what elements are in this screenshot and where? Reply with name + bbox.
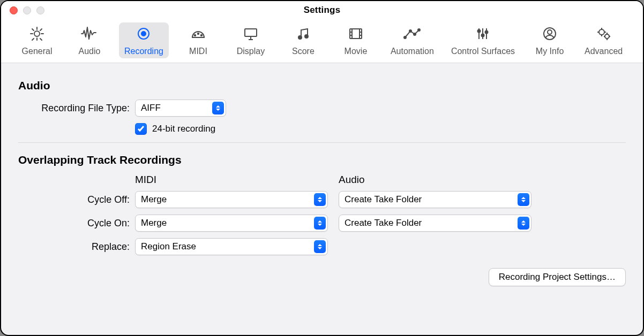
- recording-project-settings-button[interactable]: Recording Project Settings…: [489, 268, 626, 286]
- recording-file-type-popup[interactable]: AIFF: [135, 100, 226, 117]
- row-recording-file-type: Recording File Type: AIFF: [18, 100, 626, 117]
- tab-recording[interactable]: Recording: [119, 22, 169, 58]
- chevron-up-down-icon: [212, 102, 224, 114]
- cycle-on-label: Cycle On:: [18, 218, 135, 229]
- svg-point-16: [485, 31, 488, 34]
- svg-point-12: [414, 33, 416, 35]
- tab-label: Display: [237, 47, 265, 56]
- column-header-midi: MIDI: [135, 174, 328, 186]
- tab-audio[interactable]: Audio: [66, 22, 113, 58]
- settings-content: Audio Recording File Type: AIFF 24-bit r…: [1, 63, 643, 335]
- gears-icon: [594, 26, 613, 44]
- overlap-column-headers: MIDI Audio: [18, 174, 626, 186]
- tab-label: Recording: [124, 47, 163, 56]
- tab-label: MIDI: [189, 47, 207, 56]
- tab-advanced[interactable]: Advanced: [579, 22, 628, 58]
- chevron-up-down-icon: [518, 217, 529, 230]
- chevron-up-down-icon: [314, 240, 326, 253]
- tab-my-info[interactable]: My Info: [527, 22, 573, 58]
- cycle-off-midi-value: Merge: [141, 194, 167, 205]
- svg-point-10: [404, 36, 406, 39]
- svg-point-5: [201, 35, 202, 36]
- tab-movie[interactable]: Movie: [333, 22, 379, 58]
- bit-depth-checkbox-label: 24-bit recording: [152, 124, 215, 134]
- cycle-off-audio-popup[interactable]: Create Take Folder: [339, 191, 531, 208]
- row-cycle-off: Cycle Off: Merge Create Take Folder: [18, 191, 626, 208]
- tab-label: Movie: [345, 47, 368, 56]
- replace-midi-popup[interactable]: Region Erase: [135, 238, 328, 255]
- tab-label: Advanced: [585, 47, 623, 56]
- tab-automation[interactable]: Automation: [385, 22, 439, 58]
- automation-curve-icon: [402, 26, 422, 44]
- svg-point-13: [418, 29, 420, 31]
- settings-window: Settings General Audio Recording MI: [0, 0, 644, 336]
- tab-label: My Info: [536, 47, 564, 56]
- tab-label: Control Surfaces: [451, 47, 515, 56]
- film-icon: [346, 26, 365, 44]
- cycle-off-label: Cycle Off:: [18, 194, 135, 205]
- chevron-up-down-icon: [518, 193, 529, 206]
- tab-general[interactable]: General: [14, 22, 60, 58]
- tab-control-surfaces[interactable]: Control Surfaces: [446, 22, 520, 58]
- cycle-off-audio-value: Create Take Folder: [345, 194, 422, 205]
- waveform-icon: [80, 26, 99, 44]
- svg-point-14: [478, 30, 481, 33]
- svg-point-15: [482, 34, 484, 37]
- svg-point-2: [141, 32, 146, 36]
- settings-tabbar: General Audio Recording MIDI Display: [1, 19, 643, 63]
- chevron-up-down-icon: [314, 193, 326, 206]
- tab-label: Audio: [79, 47, 101, 56]
- cycle-on-midi-popup[interactable]: Merge: [135, 215, 328, 232]
- svg-point-7: [298, 36, 302, 39]
- tab-label: General: [22, 47, 53, 56]
- section-title-audio: Audio: [18, 79, 626, 92]
- bit-depth-checkbox[interactable]: [135, 123, 147, 135]
- row-24bit: 24-bit recording: [18, 123, 626, 135]
- music-notes-icon: [294, 26, 313, 44]
- recording-file-type-value: AIFF: [141, 103, 161, 113]
- svg-point-4: [198, 33, 199, 34]
- cycle-on-audio-popup[interactable]: Create Take Folder: [339, 215, 531, 232]
- svg-point-20: [605, 34, 609, 39]
- svg-point-19: [599, 29, 604, 35]
- cycle-off-midi-popup[interactable]: Merge: [135, 191, 328, 208]
- sliders-icon: [473, 26, 492, 44]
- row-cycle-on: Cycle On: Merge Create Take Folder: [18, 215, 626, 232]
- gear-icon: [27, 26, 47, 44]
- svg-point-0: [34, 31, 40, 36]
- section-title-overlap: Overlapping Track Recordings: [18, 154, 626, 166]
- replace-label: Replace:: [18, 241, 135, 253]
- display-icon: [241, 26, 260, 44]
- column-header-audio: Audio: [339, 174, 531, 186]
- svg-point-8: [305, 35, 308, 38]
- titlebar: Settings: [1, 1, 643, 19]
- svg-point-11: [409, 30, 411, 32]
- window-title: Settings: [1, 5, 643, 16]
- tab-display[interactable]: Display: [228, 22, 274, 58]
- tab-label: Score: [292, 47, 314, 56]
- tab-score[interactable]: Score: [280, 22, 326, 58]
- cycle-on-midi-value: Merge: [141, 218, 167, 228]
- cycle-on-audio-value: Create Take Folder: [345, 218, 422, 228]
- recording-file-type-label: Recording File Type:: [18, 103, 135, 114]
- row-replace: Replace: Region Erase: [18, 238, 626, 255]
- section-divider: [18, 142, 626, 143]
- tab-label: Automation: [391, 47, 434, 56]
- record-icon: [134, 26, 153, 44]
- tab-midi[interactable]: MIDI: [175, 22, 221, 58]
- svg-point-18: [548, 30, 552, 34]
- midi-port-icon: [189, 26, 208, 44]
- svg-point-3: [194, 35, 196, 36]
- recording-project-settings-button-label: Recording Project Settings…: [499, 272, 616, 282]
- user-icon: [540, 26, 559, 44]
- replace-midi-value: Region Erase: [141, 241, 196, 252]
- chevron-up-down-icon: [314, 217, 326, 230]
- svg-rect-6: [245, 29, 257, 36]
- footer: Recording Project Settings…: [18, 268, 626, 286]
